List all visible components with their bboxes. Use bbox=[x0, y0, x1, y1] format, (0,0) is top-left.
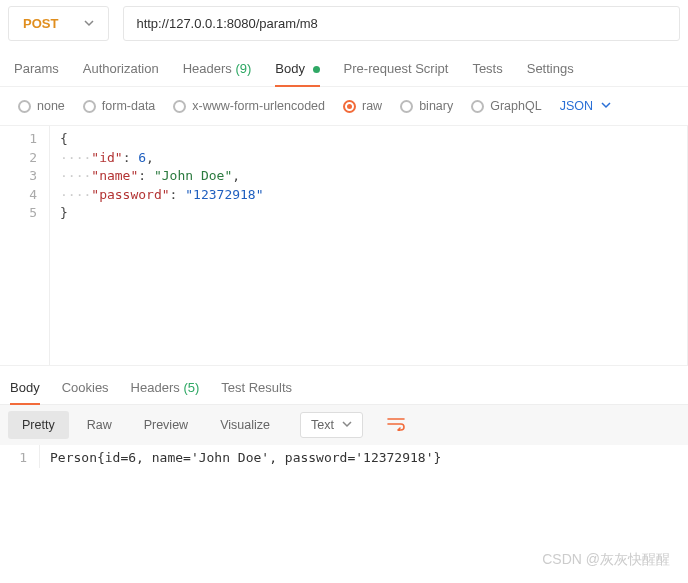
radio-icon bbox=[173, 100, 186, 113]
line-number: 3 bbox=[0, 167, 37, 186]
code-token: "John Doe" bbox=[154, 168, 232, 183]
code-token: , bbox=[146, 150, 154, 165]
resp-tab-headers-label: Headers bbox=[131, 380, 180, 395]
radio-graphql[interactable]: GraphQL bbox=[471, 99, 541, 113]
tab-settings[interactable]: Settings bbox=[527, 55, 574, 86]
http-method-label: POST bbox=[23, 16, 58, 31]
line-number: 5 bbox=[0, 204, 37, 223]
wrap-lines-icon[interactable] bbox=[379, 412, 413, 439]
editor-gutter: 1 2 3 4 5 bbox=[0, 126, 50, 365]
radio-icon bbox=[83, 100, 96, 113]
response-toolbar: Pretty Raw Preview Visualize Text bbox=[0, 405, 688, 445]
line-number: 1 bbox=[0, 130, 37, 149]
tab-params[interactable]: Params bbox=[14, 55, 59, 86]
request-tabs: Params Authorization Headers (9) Body Pr… bbox=[0, 51, 688, 87]
whitespace-dots: ···· bbox=[60, 187, 91, 202]
resp-tab-tests[interactable]: Test Results bbox=[221, 376, 292, 404]
code-token: : bbox=[170, 187, 186, 202]
code-token: "name" bbox=[91, 168, 138, 183]
radio-binary-label: binary bbox=[419, 99, 453, 113]
code-token: , bbox=[232, 168, 240, 183]
code-token: "12372918" bbox=[185, 187, 263, 202]
radio-icon bbox=[343, 100, 356, 113]
response-code: Person{id=6, name='John Doe', password='… bbox=[40, 445, 441, 468]
radio-binary[interactable]: binary bbox=[400, 99, 453, 113]
response-gutter: 1 bbox=[0, 445, 40, 468]
chevron-down-icon bbox=[601, 99, 611, 113]
whitespace-dots: ···· bbox=[60, 168, 91, 183]
resp-tab-body[interactable]: Body bbox=[10, 376, 40, 405]
tab-prerequest[interactable]: Pre-request Script bbox=[344, 55, 449, 86]
response-line: Person{id=6, name='John Doe', password='… bbox=[50, 449, 441, 468]
response-format-select[interactable]: Text bbox=[300, 412, 363, 438]
view-visualize[interactable]: Visualize bbox=[206, 411, 284, 439]
view-pretty[interactable]: Pretty bbox=[8, 411, 69, 439]
tab-body-label: Body bbox=[275, 61, 305, 76]
radio-formdata[interactable]: form-data bbox=[83, 99, 156, 113]
resp-headers-count: (5) bbox=[183, 380, 199, 395]
chevron-down-icon bbox=[84, 16, 94, 31]
radio-none-label: none bbox=[37, 99, 65, 113]
request-body-editor[interactable]: 1 2 3 4 5 { ····"id": 6, ····"name": "Jo… bbox=[0, 126, 688, 366]
radio-icon bbox=[471, 100, 484, 113]
headers-count: (9) bbox=[235, 61, 251, 76]
radio-xwww[interactable]: x-www-form-urlencoded bbox=[173, 99, 325, 113]
code-token: } bbox=[60, 205, 68, 220]
tab-tests[interactable]: Tests bbox=[472, 55, 502, 86]
response-tabs: Body Cookies Headers (5) Test Results bbox=[0, 366, 688, 405]
response-format-label: Text bbox=[311, 418, 334, 432]
editor-code: { ····"id": 6, ····"name": "John Doe", ·… bbox=[50, 126, 264, 365]
view-preview[interactable]: Preview bbox=[130, 411, 202, 439]
radio-icon bbox=[18, 100, 31, 113]
tab-body[interactable]: Body bbox=[275, 55, 319, 87]
request-url-input[interactable] bbox=[123, 6, 680, 41]
code-token: "password" bbox=[91, 187, 169, 202]
code-token: 6 bbox=[138, 150, 146, 165]
radio-formdata-label: form-data bbox=[102, 99, 156, 113]
radio-raw-label: raw bbox=[362, 99, 382, 113]
radio-none[interactable]: none bbox=[18, 99, 65, 113]
tab-headers-label: Headers bbox=[183, 61, 232, 76]
body-type-row: none form-data x-www-form-urlencoded raw… bbox=[0, 87, 688, 126]
view-raw[interactable]: Raw bbox=[73, 411, 126, 439]
line-number: 2 bbox=[0, 149, 37, 168]
code-token: "id" bbox=[91, 150, 122, 165]
http-method-select[interactable]: POST bbox=[8, 6, 109, 41]
whitespace-dots: ···· bbox=[60, 150, 91, 165]
watermark: CSDN @灰灰快醒醒 bbox=[542, 551, 670, 569]
code-token: { bbox=[60, 131, 68, 146]
response-body[interactable]: 1 Person{id=6, name='John Doe', password… bbox=[0, 445, 688, 468]
tab-headers[interactable]: Headers (9) bbox=[183, 55, 252, 86]
code-token: : bbox=[138, 168, 154, 183]
code-token: : bbox=[123, 150, 139, 165]
raw-format-select[interactable]: JSON bbox=[560, 99, 611, 113]
line-number: 4 bbox=[0, 186, 37, 205]
chevron-down-icon bbox=[342, 418, 352, 432]
radio-raw[interactable]: raw bbox=[343, 99, 382, 113]
radio-graphql-label: GraphQL bbox=[490, 99, 541, 113]
resp-tab-headers[interactable]: Headers (5) bbox=[131, 376, 200, 404]
radio-icon bbox=[400, 100, 413, 113]
dot-indicator-icon bbox=[313, 66, 320, 73]
line-number: 1 bbox=[0, 449, 27, 468]
tab-authorization[interactable]: Authorization bbox=[83, 55, 159, 86]
raw-format-label: JSON bbox=[560, 99, 593, 113]
radio-xwww-label: x-www-form-urlencoded bbox=[192, 99, 325, 113]
resp-tab-cookies[interactable]: Cookies bbox=[62, 376, 109, 404]
